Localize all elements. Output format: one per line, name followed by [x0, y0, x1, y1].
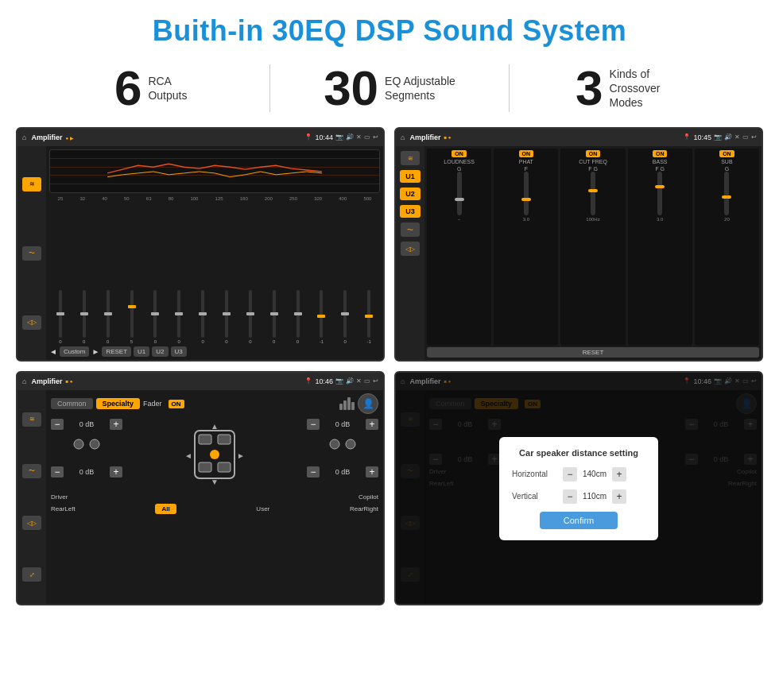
eq-sidebar-wave-icon[interactable]: 〜 [22, 246, 41, 261]
loudness-toggle[interactable]: ON [452, 150, 467, 157]
stat-crossover-text: Kinds ofCrossover Modes [610, 67, 681, 110]
vol-minus-2[interactable]: − [51, 466, 64, 478]
crossover-screen-body: ≋ U1 U2 U3 〜 ◁▷ ON LOUDNESS G ~ [396, 146, 762, 360]
dialog-horizontal-row: Horizontal − 140cm + [512, 467, 645, 481]
crossover-u1-btn[interactable]: U1 [400, 170, 421, 183]
svg-point-0 [74, 439, 83, 449]
eq-slider-7: 0 [192, 290, 214, 344]
eq-u1-btn[interactable]: U1 [134, 346, 149, 357]
fader-tabs: Common Specialty Fader ON 👤 [51, 393, 378, 414]
crossover-home-icon[interactable]: ⌂ [401, 133, 405, 141]
crossover-ch-sub: ON SUB G 20 [695, 149, 759, 346]
bass-toggle[interactable]: ON [653, 150, 668, 157]
crossover-app-title: Amplifier [409, 133, 440, 141]
vol-minus-4[interactable]: − [307, 466, 320, 478]
vol-row-3: − 0 dB + [307, 419, 378, 430]
fader-eq-icon[interactable]: ≋ [22, 412, 41, 427]
crossover-wave-icon[interactable]: 〜 [401, 222, 420, 237]
fader-home-icon[interactable]: ⌂ [22, 377, 26, 385]
eq-slider-14: -1 [358, 290, 380, 344]
crossover-eq-icon[interactable]: ≋ [401, 151, 420, 165]
volume-icon: 🔊 [346, 133, 354, 141]
eq-slider-3: 0 [97, 290, 119, 344]
eq-graph [49, 149, 380, 193]
crossover-reset-btn[interactable]: RESET [427, 347, 759, 358]
cutfreq-toggle[interactable]: ON [586, 150, 601, 157]
crossover-u2-btn[interactable]: U2 [400, 188, 421, 200]
crossover-u3-btn[interactable]: U3 [400, 205, 421, 218]
vol-plus-3[interactable]: + [366, 419, 378, 430]
eq-sidebar-eq-icon[interactable]: ≋ [22, 177, 41, 191]
screens-grid: ⌂ Amplifier ● ▶ 📍 10:44 📷 🔊 ✕ ▭ ↩ ≋ 〜 ◁▷ [0, 121, 779, 613]
fader-sidebar: ≋ 〜 ◁▷ ⤢ [17, 390, 46, 604]
eq-status-icons: 📍 10:44 📷 🔊 ✕ ▭ ↩ [304, 133, 378, 141]
eq-slider-13: 0 [334, 290, 356, 344]
crossover-location-icon: 📍 [683, 133, 691, 141]
phat-toggle[interactable]: ON [519, 150, 534, 157]
eq-slider-12: -1 [310, 290, 332, 344]
stat-divider-2 [509, 64, 510, 112]
eq-u2-btn[interactable]: U2 [152, 346, 168, 357]
eq-prev-arrow[interactable]: ◄ [49, 347, 57, 356]
crossover-ch-phat: ON PHAT F 3.0 [494, 149, 558, 346]
eq-status-dots: ● ▶ [65, 135, 73, 141]
vol-plus-4[interactable]: + [366, 466, 378, 478]
dialog-horizontal-minus[interactable]: − [563, 467, 577, 481]
crossover-window-icon: ▭ [742, 133, 749, 141]
stat-rca-number: 6 [114, 64, 141, 113]
vol-val-2: 0 dB [66, 468, 107, 476]
eq-custom-btn[interactable]: Custom [60, 346, 90, 357]
stat-crossover-number: 3 [576, 64, 603, 113]
eq-sidebar: ≋ 〜 ◁▷ [17, 146, 46, 360]
fader-vol-icon: 🔊 [346, 377, 354, 385]
dialog-vertical-minus[interactable]: − [563, 489, 577, 504]
stat-eq-text: EQ AdjustableSegments [385, 74, 455, 102]
dialog-box: Car speaker distance setting Horizontal … [499, 437, 658, 540]
fader-expand-icon[interactable]: ⤢ [22, 567, 41, 582]
fader-speaker-icon[interactable]: ◁▷ [22, 516, 41, 530]
svg-text:◄: ◄ [184, 451, 192, 460]
cutfreq-val: 100Hz [586, 217, 599, 222]
all-btn[interactable]: All [155, 504, 176, 514]
vol-plus-1[interactable]: + [110, 419, 122, 430]
vol-row-2: − 0 dB + [51, 466, 122, 478]
vol-val-1: 0 dB [66, 420, 107, 428]
dialog-vertical-plus[interactable]: + [612, 489, 626, 504]
stat-rca-text: RCAOutputs [148, 74, 187, 102]
vol-minus-1[interactable]: − [51, 419, 64, 430]
fader-right-vol: − 0 dB + − 0 dB [307, 419, 378, 490]
fader-status-dots: ■ ● [65, 379, 72, 384]
window-icon: ▭ [364, 133, 370, 141]
svg-text:►: ► [237, 451, 245, 460]
dialog-confirm-button[interactable]: Confirm [540, 512, 618, 529]
fader-left-vol: − 0 dB + − 0 dB [51, 419, 122, 490]
vol-plus-2[interactable]: + [110, 466, 122, 478]
vol-minus-3[interactable]: − [307, 419, 320, 430]
eq-next-arrow[interactable]: ► [91, 347, 99, 356]
vol-val-3: 0 dB [322, 420, 363, 428]
crossover-speaker-icon[interactable]: ◁▷ [401, 242, 420, 256]
stat-eq: 30 EQ AdjustableSegments [286, 64, 492, 113]
page-title: Buith-in 30EQ DSP Sound System [0, 0, 779, 56]
svg-point-1 [90, 439, 99, 449]
svg-text:▼: ▼ [211, 478, 219, 486]
fader-on-toggle[interactable]: ON [169, 400, 184, 408]
eq-reset-btn[interactable]: RESET [102, 346, 131, 357]
crossover-status-icons: 📍 10:45 📷 🔊 ✕ ▭ ↩ [683, 133, 757, 141]
tab-common[interactable]: Common [51, 398, 93, 409]
phat-val: 3.0 [523, 217, 529, 222]
dialog-horizontal-plus[interactable]: + [612, 467, 626, 481]
dialog-vertical-row: Vertical − 110cm + [512, 489, 645, 504]
fader-wave-icon[interactable]: 〜 [22, 464, 41, 478]
eq-sidebar-speaker-icon[interactable]: ◁▷ [22, 315, 41, 330]
phat-label: PHAT [519, 159, 533, 164]
eq-u3-btn[interactable]: U3 [171, 346, 187, 357]
fader-window-icon: ▭ [364, 377, 370, 385]
sub-toggle[interactable]: ON [719, 150, 734, 157]
screen-fader: ⌂ Amplifier ■ ● 📍 10:46 📷 🔊 ✕ ▭ ↩ ≋ 〜 ◁▷… [16, 371, 385, 605]
eq-slider-1: 0 [49, 290, 72, 344]
eq-slider-5: 0 [144, 290, 166, 344]
tab-specialty[interactable]: Specialty [96, 398, 141, 409]
screen-eq: ⌂ Amplifier ● ▶ 📍 10:44 📷 🔊 ✕ ▭ ↩ ≋ 〜 ◁▷ [16, 127, 385, 362]
home-icon[interactable]: ⌂ [22, 133, 26, 141]
